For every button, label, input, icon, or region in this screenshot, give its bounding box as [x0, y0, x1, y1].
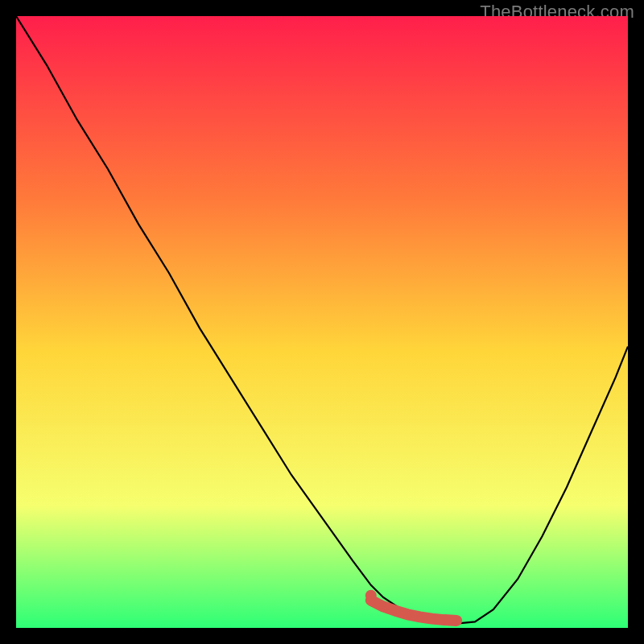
chart-svg: [16, 16, 628, 628]
plot-area: [16, 16, 628, 628]
gradient-background: [16, 16, 628, 628]
chart-container: TheBottleneck.com: [0, 0, 644, 644]
optimal-start-dot: [365, 590, 377, 601]
